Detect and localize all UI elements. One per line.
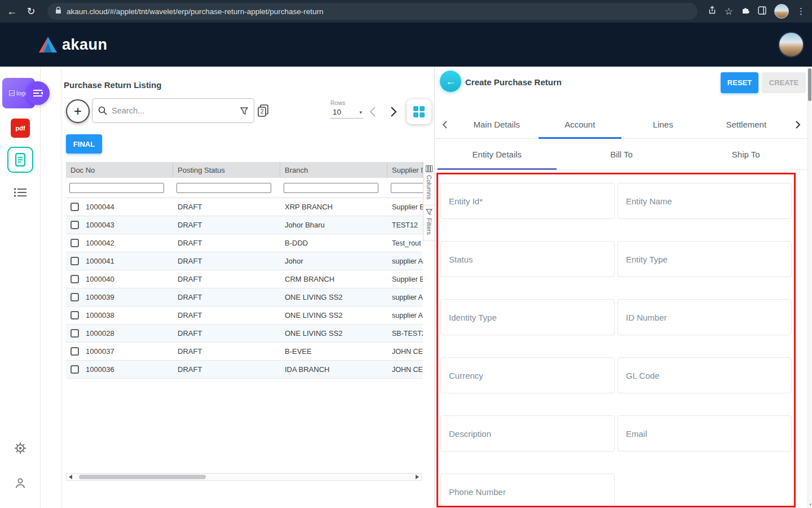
scrollbar-track[interactable] (74, 474, 413, 480)
prev-page-button[interactable] (369, 106, 376, 120)
subtab-bill-to[interactable]: Bill To (559, 139, 684, 169)
chevron-down-icon: ▾ (359, 110, 362, 115)
user-avatar[interactable] (778, 32, 804, 58)
final-filter-button[interactable]: FINAL (66, 134, 102, 154)
field-phone-number[interactable]: Phone Number (440, 474, 615, 506)
row-checkbox[interactable] (70, 239, 79, 247)
table-row[interactable]: 1000039 DRAFT ONE LIVING SS2 supplier AA (66, 288, 423, 306)
pdf-app-icon[interactable]: pdf (0, 119, 41, 138)
field-entity-name[interactable]: Entity Name (617, 183, 792, 219)
tab-main-details[interactable]: Main Details (455, 111, 539, 138)
row-checkbox[interactable] (70, 311, 79, 319)
field-id-number[interactable]: ID Number (617, 299, 792, 335)
vertical-scrollbar[interactable]: ▾ (807, 67, 812, 508)
share-icon[interactable] (708, 6, 717, 17)
col-branch[interactable]: Branch (280, 162, 387, 178)
table-row[interactable]: 1000036 DRAFT IDA BRANCH JOHN CENA (66, 361, 423, 379)
document-app-icon[interactable] (0, 147, 41, 173)
extensions-puzzle-icon[interactable] (741, 6, 750, 17)
bookmark-star-icon[interactable]: ☆ (725, 6, 733, 17)
back-button[interactable]: ← (440, 71, 461, 92)
filter-posting-status-input[interactable] (176, 183, 271, 193)
branch: ONE LIVING SS2 (280, 288, 387, 306)
tabs-scroll-right[interactable] (788, 111, 808, 138)
rows-per-page-select[interactable]: Rows 10 ▾ (330, 99, 363, 119)
field-currency[interactable]: Currency (440, 357, 615, 393)
row-checkbox[interactable] (70, 275, 79, 283)
subtab-ship-to[interactable]: Ship To (683, 139, 808, 169)
page-title: Purchase Return Listing (64, 80, 161, 90)
field-description[interactable]: Description (440, 415, 615, 452)
field-entity-id[interactable]: Entity Id* (440, 183, 615, 219)
url-bar[interactable]: akaun.cloud/#/applet/tnt/wavelet/erp/pur… (47, 3, 698, 20)
next-page-button[interactable] (390, 106, 397, 120)
akaun-logo[interactable]: akaun (38, 36, 108, 54)
row-checkbox[interactable] (70, 257, 79, 265)
scrollbar-thumb[interactable] (79, 475, 206, 479)
reset-button[interactable]: RESET (721, 72, 758, 93)
field-label: Identity Type (449, 313, 497, 322)
row-checkbox[interactable] (70, 293, 79, 301)
invoice-icon (7, 147, 33, 173)
back-icon[interactable]: ← (6, 6, 18, 16)
row-checkbox[interactable] (70, 203, 79, 211)
scroll-down-arrow[interactable]: ▾ (808, 502, 812, 507)
browser-menu-icon[interactable]: ⋮ (797, 6, 805, 16)
columns-side-tab[interactable]: Columns (423, 162, 434, 205)
table-row[interactable]: 1000038 DRAFT ONE LIVING SS2 supplier AA (66, 306, 423, 325)
col-posting-status[interactable]: Posting Status (173, 162, 280, 178)
field-gl-code[interactable]: GL Code (617, 357, 792, 393)
row-checkbox[interactable] (70, 329, 79, 338)
table-row[interactable]: 1000043 DRAFT Johor Bharu TEST12 (66, 216, 423, 234)
settings-menu-item[interactable] (0, 441, 41, 455)
row-checkbox[interactable] (70, 365, 79, 374)
browser-profile-avatar[interactable] (774, 4, 789, 19)
grid-view-button[interactable] (407, 99, 431, 124)
tabs-scroll-left[interactable] (435, 111, 455, 138)
filters-icon (426, 209, 433, 215)
table-row[interactable]: 1000037 DRAFT B-EVEE JOHN CENA (66, 343, 423, 361)
scroll-right-arrow[interactable] (413, 474, 421, 480)
field-identity-type[interactable]: Identity Type (440, 299, 615, 335)
table-row[interactable]: 1000040 DRAFT CRM BRANCH Supplier B (66, 270, 423, 288)
doc-no: 1000038 (86, 311, 114, 319)
filter-branch-input[interactable] (284, 183, 378, 193)
tab-lines[interactable]: Lines (621, 111, 705, 138)
tab-account[interactable]: Account (539, 111, 622, 138)
field-status[interactable]: Status (440, 241, 615, 277)
search-input[interactable] (112, 106, 236, 115)
field-email[interactable]: Email (617, 415, 792, 452)
reload-icon[interactable]: ↻ (25, 6, 37, 16)
row-checkbox[interactable] (70, 347, 79, 356)
table-header-row: Doc No Posting Status Branch Supplier N (66, 162, 423, 178)
col-supplier[interactable]: Supplier N (387, 162, 423, 178)
scroll-left-arrow[interactable] (67, 474, 74, 480)
profile-menu-item[interactable] (0, 476, 41, 490)
filters-side-tab[interactable]: Filters (423, 205, 434, 241)
list-menu-item[interactable] (0, 187, 41, 198)
pdf-icon: pdf (11, 119, 30, 138)
side-panel-icon[interactable] (758, 6, 766, 17)
col-doc-no[interactable]: Doc No (66, 162, 173, 178)
svg-text:2: 2 (261, 108, 264, 115)
tab-settlement[interactable]: Settlement (705, 111, 788, 138)
table-row[interactable]: 1000041 DRAFT Johor supplier AA (66, 252, 423, 270)
subtab-entity-details[interactable]: Entity Details (435, 139, 559, 169)
filter-funnel-icon[interactable] (240, 107, 248, 115)
filter-supplier-input[interactable] (391, 183, 423, 193)
table-row[interactable]: 1000042 DRAFT B-DDD Test_rout (66, 234, 423, 252)
posting-status: DRAFT (173, 288, 280, 306)
entity-details-form: Entity Id* Entity Name Status Entity Typ… (440, 183, 792, 506)
sidebar-collapse-button[interactable] (26, 81, 50, 105)
app-header: akaun (0, 23, 812, 67)
create-button[interactable]: CREATE (762, 72, 806, 93)
horizontal-scrollbar[interactable] (66, 473, 422, 481)
table-row[interactable]: 1000044 DRAFT XRP BRANCH Supplier B (66, 198, 423, 216)
vertical-scrollbar-thumb[interactable] (808, 68, 811, 101)
filter-doc-no-input[interactable] (69, 183, 164, 193)
field-entity-type[interactable]: Entity Type (617, 241, 792, 277)
duplicate-view-button[interactable]: 2 (257, 104, 270, 120)
table-row[interactable]: 1000028 DRAFT ONE LIVING SS2 SB-TEST2 (66, 325, 423, 343)
add-button[interactable]: + (66, 99, 90, 123)
row-checkbox[interactable] (70, 221, 79, 229)
